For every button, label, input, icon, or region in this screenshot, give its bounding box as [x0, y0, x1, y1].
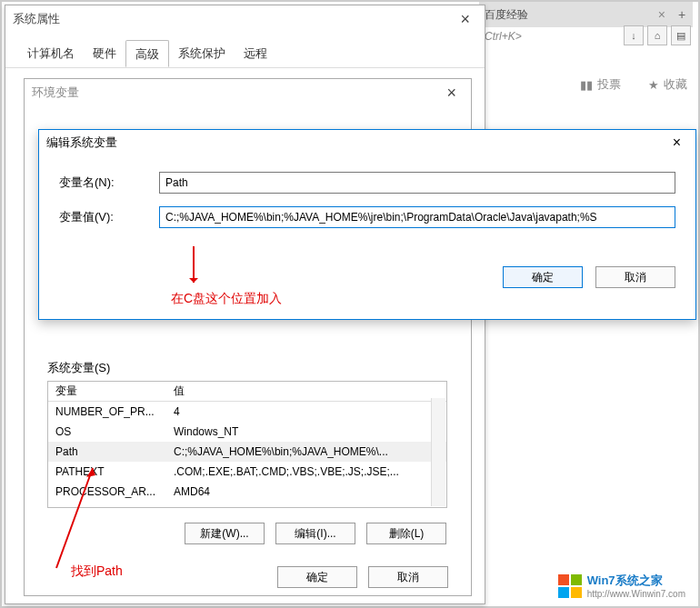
editdlg-title: 编辑系统变量 [46, 135, 117, 151]
envvars-title: 环境变量 [32, 85, 79, 101]
edit-button[interactable]: 编辑(I)... [275, 523, 355, 544]
variable-name-label: 变量名(N): [59, 174, 159, 191]
close-icon[interactable]: × [439, 84, 464, 103]
variable-value-label: 变量值(V): [59, 209, 159, 225]
edit-system-variable-dialog: 编辑系统变量 × 变量名(N): 变量值(V): 确定 取消 [38, 129, 696, 320]
watermark: Win7系统之家 http://www.Winwin7.com [558, 573, 685, 599]
favorite-button[interactable]: ★ 收藏 [648, 76, 687, 93]
sysprops-tabs: 计算机名 硬件 高级 系统保护 远程 [5, 33, 485, 68]
scrollbar[interactable] [431, 398, 445, 506]
ok-button[interactable]: 确定 [277, 566, 357, 588]
close-tab-icon[interactable]: × [658, 7, 665, 22]
watermark-url: http://www.Winwin7.com [587, 589, 685, 599]
download-icon[interactable]: ↓ [624, 25, 644, 45]
watermark-brand: Win7系统之家 [587, 573, 663, 587]
tab-system-protection[interactable]: 系统保护 [169, 40, 235, 67]
table-header: 变量 值 [48, 382, 446, 402]
vote-button[interactable]: ▮▮ 投票 [580, 76, 621, 93]
page-actions: ▮▮ 投票 ★ 收藏 [580, 76, 687, 93]
titlebar[interactable]: 系统属性 × [5, 5, 485, 33]
window-title: 系统属性 [13, 11, 60, 27]
close-icon[interactable]: × [453, 10, 477, 29]
variable-name-input[interactable] [159, 172, 675, 194]
editdlg-titlebar[interactable]: 编辑系统变量 × [39, 130, 695, 155]
table-row[interactable]: Path C:;%JAVA_HOME%\bin;%JAVA_HOME%\... [48, 442, 446, 462]
delete-button[interactable]: 删除(L) [366, 523, 446, 544]
table-row[interactable]: NUMBER_OF_PR... 4 [48, 402, 446, 422]
col-value[interactable]: 值 [166, 384, 446, 399]
tab-remote[interactable]: 远程 [235, 40, 276, 67]
home-icon[interactable]: ⌂ [647, 25, 667, 45]
cancel-button[interactable]: 取消 [595, 266, 675, 288]
star-icon: ★ [648, 78, 659, 92]
col-variable[interactable]: 变量 [48, 384, 166, 399]
system-variables-table[interactable]: 变量 值 NUMBER_OF_PR... 4 OS Windows_NT Pat… [47, 381, 447, 508]
browser-tab[interactable]: 百度经验 × [479, 2, 671, 27]
browser-tab-title: 百度经验 [485, 7, 528, 23]
cancel-button[interactable]: 取消 [368, 566, 448, 588]
tab-advanced[interactable]: 高级 [125, 40, 169, 67]
library-icon[interactable]: ▤ [671, 25, 691, 45]
chart-icon: ▮▮ [580, 78, 593, 92]
close-icon[interactable]: × [665, 135, 688, 151]
ok-button[interactable]: 确定 [503, 266, 583, 288]
tab-hardware[interactable]: 硬件 [84, 40, 125, 67]
tab-computer-name[interactable]: 计算机名 [18, 40, 84, 67]
variable-value-input[interactable] [159, 206, 675, 228]
table-row[interactable]: PROCESSOR_AR... AMD64 [48, 482, 446, 502]
new-button[interactable]: 新建(W)... [185, 523, 265, 544]
new-tab-button[interactable]: + [671, 2, 693, 27]
table-row[interactable]: PATHEXT .COM;.EXE;.BAT;.CMD;.VBS;.VBE;.J… [48, 462, 446, 482]
table-row[interactable]: OS Windows_NT [48, 422, 446, 442]
windows-logo-icon [558, 574, 582, 598]
system-variables-label: 系统变量(S) [47, 360, 110, 376]
envvars-titlebar[interactable]: 环境变量 × [25, 79, 471, 106]
